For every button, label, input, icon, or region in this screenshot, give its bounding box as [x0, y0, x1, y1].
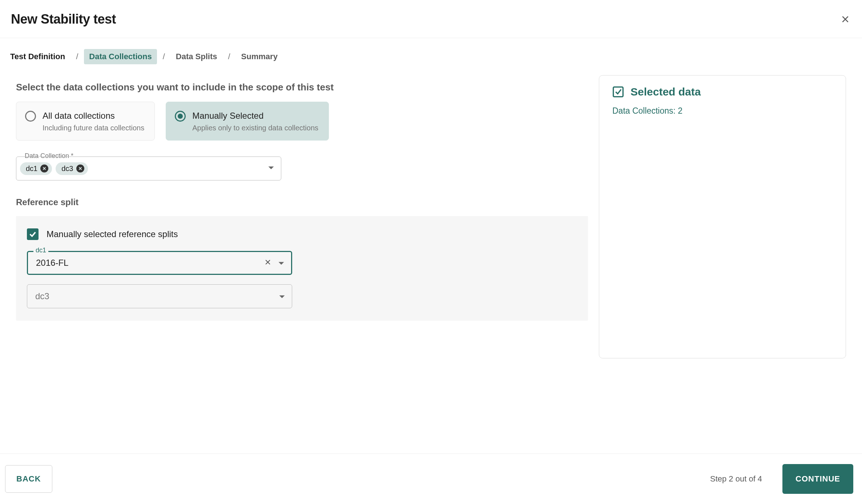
- wizard-footer: BACK Step 2 out of 4 CONTINUE: [0, 454, 862, 504]
- continue-button[interactable]: CONTINUE: [782, 464, 853, 494]
- manual-reference-checkbox[interactable]: [27, 228, 39, 240]
- radio-all-collections[interactable]: All data collections Including future da…: [16, 102, 155, 141]
- dc1-dropdown-toggle[interactable]: [278, 258, 285, 268]
- chip-remove-dc3[interactable]: [76, 164, 84, 172]
- step-indicator: Step 2 out of 4: [710, 474, 762, 484]
- close-icon: [42, 166, 47, 171]
- check-icon: [29, 230, 37, 238]
- selected-data-title: Selected data: [631, 86, 701, 98]
- back-button[interactable]: BACK: [5, 465, 52, 493]
- dialog-header: New Stability test: [0, 0, 862, 38]
- reference-split-panel: Manually selected reference splits dc1: [16, 216, 588, 321]
- reference-split-dc3[interactable]: dc3: [27, 284, 292, 308]
- close-icon: [264, 259, 271, 266]
- dc3-dropdown-toggle[interactable]: [279, 291, 285, 301]
- crumb-separator: /: [76, 52, 78, 61]
- reference-split-dc1[interactable]: dc1: [27, 251, 292, 275]
- crumb-data-splits[interactable]: Data Splits: [171, 49, 222, 64]
- chevron-down-icon: [279, 295, 285, 299]
- selected-data-panel: Selected data Data Collections: 2: [599, 75, 846, 358]
- crumb-data-collections[interactable]: Data Collections: [84, 49, 157, 64]
- chevron-down-icon: [278, 261, 285, 266]
- selected-data-count: Data Collections: 2: [612, 106, 833, 116]
- chip-remove-dc1[interactable]: [40, 164, 48, 172]
- svg-rect-0: [613, 87, 623, 97]
- radio-icon: [175, 111, 186, 122]
- check-box-icon: [612, 86, 624, 98]
- crumb-separator: /: [228, 52, 230, 61]
- data-collection-field[interactable]: Data Collection * dc1 dc3: [16, 157, 281, 180]
- radio-all-title: All data collections: [43, 111, 144, 121]
- dc1-input[interactable]: [35, 257, 258, 268]
- radio-manually-selected[interactable]: Manually Selected Applies only to existi…: [166, 102, 329, 141]
- radio-icon: [25, 111, 36, 122]
- section-heading: Select the data collections you want to …: [16, 82, 588, 93]
- crumb-test-definition[interactable]: Test Definition: [5, 49, 70, 64]
- chip-dc1: dc1: [20, 162, 52, 175]
- dc1-label: dc1: [33, 247, 48, 254]
- crumb-separator: /: [163, 52, 165, 61]
- radio-manual-subtitle: Applies only to existing data collection…: [192, 124, 318, 132]
- breadcrumb: Test Definition / Data Collections / Dat…: [0, 38, 862, 68]
- manual-reference-label: Manually selected reference splits: [47, 229, 178, 239]
- radio-manual-title: Manually Selected: [192, 111, 318, 121]
- close-icon: [78, 166, 82, 171]
- dc1-clear[interactable]: [264, 258, 271, 268]
- dc3-placeholder: dc3: [35, 291, 49, 301]
- close-icon: [841, 15, 850, 24]
- close-button[interactable]: [839, 13, 851, 25]
- chip-dc3: dc3: [56, 162, 88, 175]
- chevron-down-icon: [268, 166, 274, 170]
- reference-split-heading: Reference split: [16, 197, 588, 207]
- crumb-summary[interactable]: Summary: [236, 49, 283, 64]
- dropdown-toggle[interactable]: [268, 165, 274, 172]
- page-title: New Stability test: [11, 12, 116, 27]
- radio-all-subtitle: Including future data collections: [43, 124, 144, 132]
